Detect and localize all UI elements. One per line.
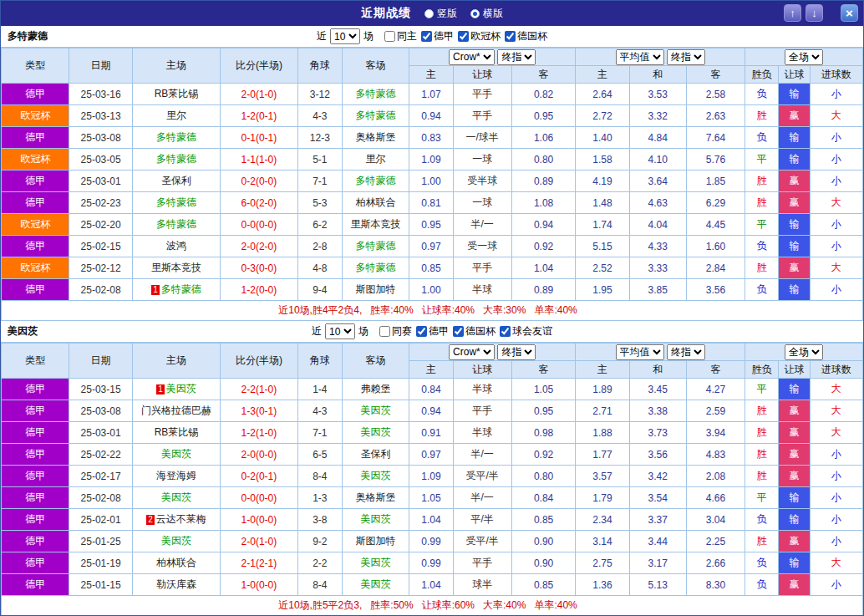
recent-results-panel: 近期战绩 竖版 横版 ↑ ↓ × 多特蒙德 近 10 场 同主德甲欧冠杯德国杯 [0, 0, 864, 616]
match-date: 25-03-01 [69, 422, 132, 444]
match-row: 德甲25-02-22美因茨2-0(0-0)6-5圣保利0.97半/一0.921.… [2, 444, 863, 466]
bookmaker-select[interactable]: Crow* [449, 344, 495, 360]
average-odds-value: 5.76 [686, 149, 745, 171]
average-select[interactable]: 平均值 [616, 344, 664, 360]
match-count-select[interactable]: 10 [325, 323, 355, 339]
average-odds-value: 3.38 [629, 400, 686, 422]
filter-option[interactable]: 欧冠杯 [458, 29, 501, 43]
away-team-cell: 多特蒙德 [342, 257, 409, 279]
fulltime-select[interactable]: 全场 [785, 49, 823, 65]
move-up-button[interactable]: ↑ [784, 4, 801, 22]
average-select[interactable]: 平均值 [616, 49, 664, 65]
fulltime-select[interactable]: 全场 [785, 344, 823, 360]
team-section-mainz: 美因茨 近 10 场 同赛德甲德国杯球会友谊 类型 日期 主场 比分(半场) 角… [1, 321, 863, 616]
subcol-home-avg: 主 [576, 66, 629, 84]
radio-icon[interactable] [470, 9, 480, 18]
filter-option[interactable]: 德甲 [416, 324, 449, 339]
match-row: 德甲25-01-15勒沃库森1-0(0-0)8-4美因茨1.04球半0.851.… [2, 574, 863, 596]
home-team-cell: RB莱比锡 [132, 422, 221, 444]
odds-value: 0.94 [511, 214, 575, 236]
final-odds-select[interactable]: 终指 [667, 49, 705, 65]
corner-score: 4-8 [297, 257, 342, 279]
filter-checkbox[interactable] [416, 326, 427, 337]
filter-checkbox[interactable] [500, 326, 511, 337]
filter-option[interactable]: 同赛 [379, 324, 412, 339]
goals-cell: 小 [810, 574, 862, 596]
away-team-cell: 斯图加特 [342, 279, 409, 301]
match-score: 1-2(0-0) [221, 279, 297, 301]
layout-vertical-option[interactable]: 竖版 [424, 7, 457, 21]
subcol-handicap: 让球 [453, 66, 511, 84]
average-odds-value: 3.32 [629, 105, 686, 127]
corner-score: 2-2 [297, 552, 342, 574]
filter-checkbox[interactable] [505, 31, 516, 42]
subcol-draw-avg: 和 [629, 66, 686, 84]
filter-checkbox[interactable] [379, 326, 390, 337]
team-section-dortmund: 多特蒙德 近 10 场 同主德甲欧冠杯德国杯 类型 日期 主场 比分(半场) 角… [1, 26, 863, 321]
move-down-button[interactable]: ↓ [806, 4, 823, 22]
filter-option[interactable]: 德甲 [421, 29, 454, 43]
handicap-line: 受平/半 [453, 531, 511, 552]
odds-value: 0.84 [409, 379, 453, 400]
league-badge: 德甲 [2, 192, 69, 214]
subcol-goals: 进球数 [810, 66, 862, 84]
bookmaker-select[interactable]: Crow* [449, 49, 495, 65]
odds-value: 1.07 [409, 84, 453, 105]
filter-label: 德国杯 [517, 29, 547, 43]
col-corner: 角球 [297, 48, 342, 84]
handicap-result-cell: 赢 [779, 422, 810, 444]
radio-icon[interactable] [424, 9, 434, 18]
match-date: 25-02-01 [69, 509, 132, 531]
handicap-line: 平手 [453, 400, 511, 422]
matches-table: 类型 日期 主场 比分(半场) 角球 客场 Crow* 终指 平均值 终指 [1, 343, 863, 616]
handicap-result-cell: 输 [779, 84, 810, 105]
match-score: 6-0(2-0) [221, 192, 297, 214]
team-name: 多特蒙德 [156, 153, 196, 165]
home-team-cell: 多特蒙德 [132, 127, 221, 149]
filter-checkbox[interactable] [453, 326, 464, 337]
average-odds-value: 4.66 [686, 487, 745, 509]
handicap-line: 半/一 [453, 214, 511, 236]
odds-value: 0.95 [409, 214, 453, 236]
result-cell: 胜 [745, 105, 779, 127]
average-odds-value: 3.17 [629, 552, 686, 574]
handicap-result-cell: 输 [779, 127, 810, 149]
layout-horizontal-option[interactable]: 横版 [470, 7, 503, 21]
match-count-select[interactable]: 10 [330, 28, 360, 44]
handicap-line: 平/半 [453, 509, 511, 531]
team-name: 多特蒙德 [156, 218, 196, 230]
handicap-result-cell: 输 [779, 552, 810, 574]
col-home: 主场 [132, 344, 221, 379]
match-score: 2-0(2-0) [221, 236, 297, 257]
team-name: 多特蒙德 [356, 262, 396, 273]
filter-option[interactable]: 德国杯 [453, 324, 496, 339]
filter-checkbox[interactable] [384, 31, 395, 42]
average-odds-value: 1.40 [576, 127, 629, 149]
home-team-cell: 圣保利 [132, 171, 221, 192]
filter-checkbox[interactable] [458, 31, 469, 42]
goals-cell: 大 [810, 379, 862, 400]
team-name: 美因茨 [166, 383, 196, 395]
summary-text: 大率:30% [483, 304, 526, 316]
match-score: 2-0(1-0) [221, 84, 297, 105]
match-score: 1-2(1-0) [221, 422, 297, 444]
average-odds-value: 4.04 [629, 214, 686, 236]
filter-option[interactable]: 同主 [384, 29, 417, 43]
close-icon[interactable]: × [841, 4, 858, 22]
team-name: 奥格斯堡 [356, 491, 396, 503]
filter-option[interactable]: 球会友谊 [500, 324, 552, 339]
odds-value: 0.94 [409, 400, 453, 422]
odds-value: 1.09 [409, 149, 453, 171]
final-odds-select[interactable]: 终指 [497, 344, 536, 360]
final-odds-select[interactable]: 终指 [667, 344, 705, 360]
match-score: 2-0(0-0) [221, 444, 297, 466]
average-odds-value: 3.85 [629, 279, 686, 301]
team-name: 里斯本竞技 [151, 262, 201, 273]
team-name: 圣保利 [161, 175, 191, 186]
match-date: 25-02-22 [69, 444, 132, 466]
filter-checkbox[interactable] [421, 31, 432, 42]
odds-value: 0.94 [409, 105, 453, 127]
filter-option[interactable]: 德国杯 [505, 29, 547, 43]
final-odds-select[interactable]: 终指 [497, 49, 536, 65]
handicap-line: 半/一 [453, 487, 511, 509]
